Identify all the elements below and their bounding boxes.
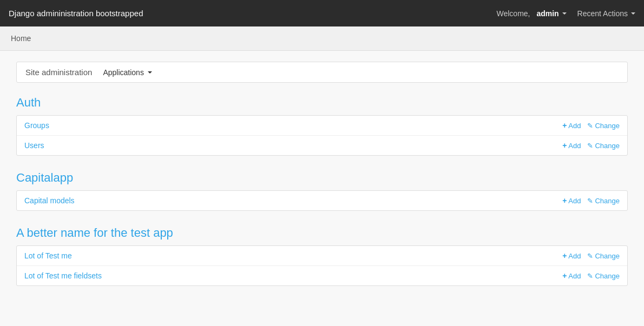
- pencil-icon: [587, 272, 593, 280]
- model-table-auth: GroupsAddChangeUsersAddChange: [16, 115, 628, 156]
- sections-container: AuthGroupsAddChangeUsersAddChangeCapital…: [16, 96, 628, 286]
- table-row: Lot of Test me fieldsetsAddChange: [17, 266, 627, 285]
- model-table-capitalapp: Capital modelsAddChange: [16, 190, 628, 211]
- welcome-prefix: Welcome,: [497, 9, 530, 18]
- model-name-link[interactable]: Lot of Test me: [24, 251, 72, 260]
- table-row: UsersAddChange: [17, 136, 627, 155]
- change-link[interactable]: Change: [587, 197, 620, 205]
- navbar-user[interactable]: Welcome, admin: [497, 9, 567, 18]
- table-row: Lot of Test meAddChange: [17, 246, 627, 266]
- recent-actions-menu[interactable]: Recent Actions: [577, 9, 635, 18]
- add-link[interactable]: Add: [562, 251, 581, 260]
- admin-username: admin: [536, 9, 558, 18]
- change-link[interactable]: Change: [587, 142, 620, 150]
- model-actions: AddChange: [562, 251, 620, 260]
- plus-icon: [562, 251, 567, 260]
- model-name-link[interactable]: Lot of Test me fieldsets: [24, 271, 102, 280]
- model-name-link[interactable]: Users: [24, 141, 44, 150]
- recent-actions-caret: [631, 12, 635, 15]
- model-name-link[interactable]: Groups: [24, 121, 49, 130]
- navbar: Django admininistration bootstrapped Wel…: [0, 0, 644, 26]
- model-actions: AddChange: [562, 121, 620, 130]
- recent-actions-label: Recent Actions: [577, 9, 628, 18]
- change-link[interactable]: Change: [587, 272, 620, 280]
- section-title-auth: Auth: [16, 96, 628, 110]
- pencil-icon: [587, 142, 593, 150]
- pencil-icon: [587, 122, 593, 130]
- section-title-testapp: A better name for the test app: [16, 226, 628, 240]
- add-link[interactable]: Add: [562, 121, 581, 130]
- model-actions: AddChange: [562, 271, 620, 280]
- section-title-capitalapp: Capitalapp: [16, 171, 628, 185]
- model-table-testapp: Lot of Test meAddChangeLot of Test me fi…: [16, 245, 628, 286]
- plus-icon: [562, 121, 567, 130]
- navbar-brand[interactable]: Django admininistration bootstrapped: [9, 9, 143, 18]
- pencil-icon: [587, 197, 593, 205]
- plus-icon: [562, 196, 567, 205]
- change-link[interactable]: Change: [587, 252, 620, 260]
- applications-label: Applications: [103, 68, 144, 77]
- add-link[interactable]: Add: [562, 141, 581, 150]
- breadcrumb: Home: [0, 26, 644, 51]
- breadcrumb-home[interactable]: Home: [11, 34, 31, 43]
- model-actions: AddChange: [562, 141, 620, 150]
- main-content: Site administration Applications AuthGro…: [8, 62, 636, 286]
- applications-dropdown-caret: [148, 71, 152, 74]
- site-admin-label: Site administration: [25, 68, 92, 77]
- model-actions: AddChange: [562, 196, 620, 205]
- model-name-link[interactable]: Capital models: [24, 196, 75, 205]
- add-link[interactable]: Add: [562, 271, 581, 280]
- table-row: GroupsAddChange: [17, 116, 627, 136]
- add-link[interactable]: Add: [562, 196, 581, 205]
- site-admin-bar: Site administration Applications: [16, 62, 628, 83]
- plus-icon: [562, 141, 567, 150]
- navbar-right: Welcome, admin Recent Actions: [497, 9, 636, 18]
- pencil-icon: [587, 252, 593, 260]
- table-row: Capital modelsAddChange: [17, 191, 627, 210]
- user-dropdown-caret: [562, 12, 567, 15]
- change-link[interactable]: Change: [587, 122, 620, 130]
- plus-icon: [562, 271, 567, 280]
- applications-button[interactable]: Applications: [103, 68, 152, 77]
